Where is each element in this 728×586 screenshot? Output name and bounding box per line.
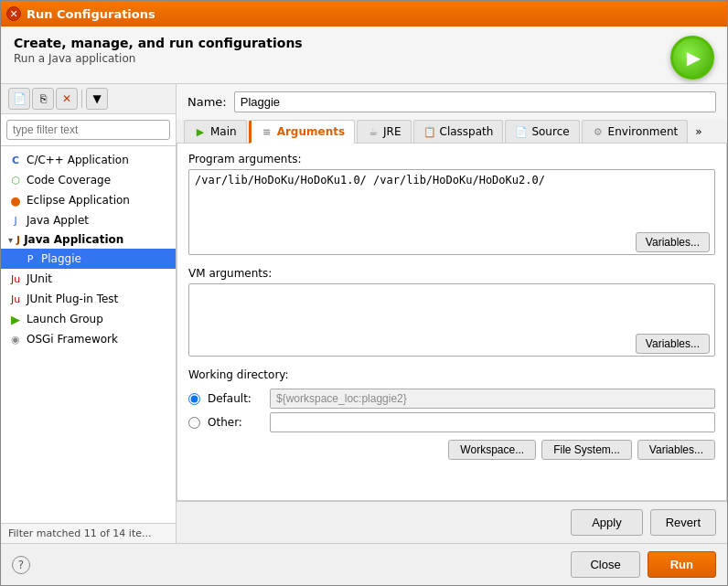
arguments-tab-icon: ≡: [261, 125, 273, 138]
delete-config-button[interactable]: ✕: [56, 88, 78, 110]
right-panel: Name: ▶ Main ≡ Arguments ☕ JRE 📋: [177, 84, 727, 543]
toolbar-separator: [81, 90, 82, 108]
run-button[interactable]: Run: [648, 551, 716, 578]
action-buttons: Apply Revert: [571, 509, 716, 536]
tab-overflow-label: »: [695, 125, 701, 138]
other-dir-row: Other:: [188, 412, 715, 432]
new-config-button[interactable]: 📄: [8, 88, 30, 110]
junit-plugin-icon: Ju: [8, 292, 23, 306]
filesystem-button[interactable]: File System...: [541, 440, 632, 460]
name-row: Name:: [177, 84, 727, 120]
close-button[interactable]: Close: [571, 551, 639, 578]
tab-environment[interactable]: ⚙ Environment: [582, 120, 689, 143]
tree-item-label: JUnit Plug-in Test: [27, 293, 118, 305]
tree-item-cpp[interactable]: C C/C++ Application: [1, 150, 176, 170]
run-icon-button[interactable]: [670, 36, 714, 80]
revert-button[interactable]: Revert: [650, 509, 716, 536]
main-tab-icon: ▶: [194, 125, 207, 138]
tree-item-label: JUnit: [27, 272, 52, 285]
program-args-section: Program arguments: /var/lib/HoDoKu/HoDoK…: [188, 153, 715, 258]
tab-arguments-label: Arguments: [277, 125, 345, 138]
tab-jre[interactable]: ☕ JRE: [357, 120, 411, 143]
sidebar: 📄 ⎘ ✕ ▼ C C/C++ Application ⬡: [1, 84, 177, 543]
header-title: Create, manage, and run configurations: [14, 36, 303, 50]
program-args-label: Program arguments:: [188, 153, 715, 165]
sidebar-toolbar: 📄 ⎘ ✕ ▼: [1, 84, 176, 114]
default-radio-label: Default:: [208, 392, 262, 405]
eclipse-icon: ●: [8, 193, 23, 208]
tree-item-label: Code Coverage: [27, 174, 111, 186]
filter-button[interactable]: ▼: [86, 88, 108, 110]
source-tab-icon: 📄: [515, 125, 528, 138]
default-dir-input: [270, 389, 715, 409]
tree-item-label: Java Applet: [27, 214, 89, 227]
junit-icon: Ju: [8, 272, 23, 286]
vm-args-label: VM arguments:: [188, 267, 715, 280]
tree-item-junit-plugin[interactable]: Ju JUnit Plug-in Test: [1, 289, 176, 309]
titlebar: ✕ Run Configurations: [1, 1, 727, 27]
config-tree: C C/C++ Application ⬡ Code Coverage ● Ec…: [1, 146, 176, 523]
other-radio-label: Other:: [208, 416, 262, 429]
vm-args-section: VM arguments: Variables...: [188, 267, 715, 359]
main-content: 📄 ⎘ ✕ ▼ C C/C++ Application ⬡: [1, 84, 727, 543]
applet-icon: J: [8, 213, 23, 228]
coverage-icon: ⬡: [8, 173, 23, 187]
header: Create, manage, and run configurations R…: [1, 27, 727, 84]
dialog-footer: ? Close Run: [1, 543, 727, 585]
working-dir-section: Working directory: Default: Other: Works…: [188, 368, 715, 460]
workspace-button[interactable]: Workspace...: [448, 440, 536, 460]
jre-tab-icon: ☕: [367, 125, 380, 138]
sidebar-footer: Filter matched 11 of 14 ite...: [1, 523, 176, 543]
default-radio[interactable]: [188, 393, 200, 405]
other-dir-input[interactable]: [270, 412, 715, 432]
tab-jre-label: JRE: [383, 125, 401, 138]
tab-main-label: Main: [210, 125, 237, 138]
apply-button[interactable]: Apply: [571, 509, 643, 536]
wd-variables-button[interactable]: Variables...: [637, 440, 715, 460]
collapse-arrow-icon: ▾: [8, 235, 13, 245]
tab-overflow[interactable]: »: [690, 121, 707, 143]
other-radio[interactable]: [188, 417, 200, 429]
tab-main[interactable]: ▶ Main: [184, 120, 247, 143]
java-icon: J: [16, 234, 20, 246]
window-title: Run Configurations: [27, 7, 722, 21]
tab-content-arguments: Program arguments: /var/lib/HoDoKu/HoDoK…: [177, 144, 727, 501]
run-configurations-window: ✕ Run Configurations Create, manage, and…: [0, 0, 728, 586]
tree-item-label: Java Application: [24, 233, 123, 246]
tab-source[interactable]: 📄 Source: [505, 120, 579, 143]
classpath-tab-icon: 📋: [423, 125, 436, 138]
name-label: Name:: [187, 95, 227, 109]
copy-config-button[interactable]: ⎘: [32, 88, 54, 110]
cpp-icon: C: [8, 153, 23, 167]
plaggie-icon: P: [23, 251, 37, 266]
bottom-bar: Apply Revert: [177, 501, 727, 543]
name-input[interactable]: [234, 91, 716, 112]
launch-icon: ▶: [8, 312, 23, 326]
header-text: Create, manage, and run configurations R…: [14, 36, 303, 65]
tree-item-launch-group[interactable]: ▶ Launch Group: [1, 309, 176, 329]
vm-variables-button[interactable]: Variables...: [636, 334, 710, 354]
tree-item-applet[interactable]: J Java Applet: [1, 210, 176, 230]
tree-item-label: Plaggie: [41, 252, 81, 265]
tab-classpath-label: Classpath: [440, 125, 494, 138]
tree-item-eclipse[interactable]: ● Eclipse Application: [1, 190, 176, 210]
tree-item-coverage[interactable]: ⬡ Code Coverage: [1, 170, 176, 190]
filter-input[interactable]: [6, 120, 170, 140]
default-dir-row: Default:: [188, 389, 715, 409]
working-dir-label: Working directory:: [188, 368, 715, 381]
tab-arguments[interactable]: ≡ Arguments: [249, 120, 355, 144]
tab-classpath[interactable]: 📋 Classpath: [413, 120, 504, 143]
tree-item-junit[interactable]: Ju JUnit: [1, 269, 176, 289]
close-icon[interactable]: ✕: [6, 6, 21, 21]
tree-item-plaggie[interactable]: P Plaggie: [1, 249, 176, 269]
tree-item-label: Launch Group: [27, 313, 103, 325]
tree-item-java-application[interactable]: ▾ J Java Application: [1, 230, 176, 249]
program-variables-button[interactable]: Variables...: [636, 232, 710, 252]
program-args-wrap: /var/lib/HoDoKu/HoDoKu1.0/ /var/lib/HoDo…: [188, 169, 715, 258]
tab-bar: ▶ Main ≡ Arguments ☕ JRE 📋 Classpath 📄: [177, 120, 727, 144]
help-icon[interactable]: ?: [12, 556, 30, 574]
tree-item-label: Eclipse Application: [27, 194, 130, 207]
wd-button-row: Workspace... File System... Variables...: [188, 440, 715, 460]
header-subtitle: Run a Java application: [14, 52, 303, 65]
tree-item-osgi[interactable]: ◉ OSGi Framework: [1, 329, 176, 349]
